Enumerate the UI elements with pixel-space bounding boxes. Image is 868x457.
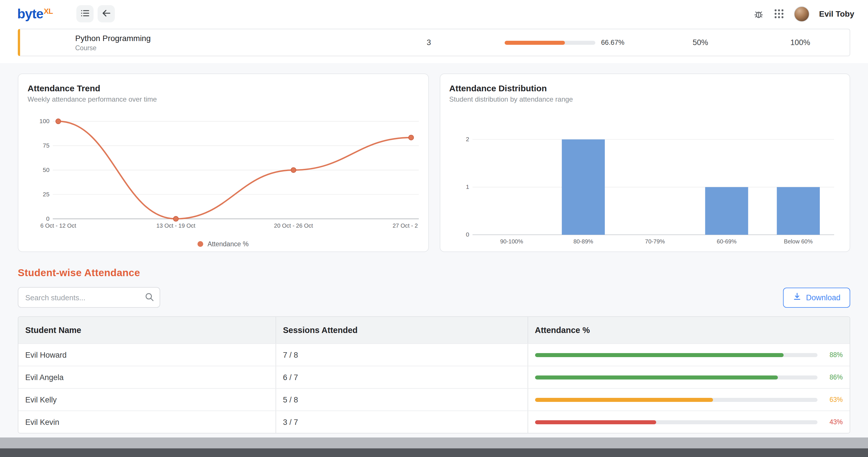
list-icon: [81, 8, 90, 19]
attendance-dashboard: byteXL: [0, 0, 868, 457]
svg-text:25: 25: [43, 191, 50, 197]
attendance-bar-track: [535, 375, 817, 379]
attendance-distribution-chart: 01290-100%80-89%70-79%60-69%Below 60%: [449, 125, 840, 249]
bytexl-logo[interactable]: byteXL: [17, 7, 52, 20]
distribution-subtitle: Student distribution by attendance range: [449, 95, 840, 103]
attendance-cell: 86%: [528, 366, 849, 388]
svg-text:1: 1: [466, 183, 469, 190]
student-name: Evil Angela: [19, 366, 276, 388]
download-button[interactable]: Download: [783, 287, 850, 307]
download-label: Download: [806, 293, 840, 302]
table-header-row: Student Name Sessions Attended Attendanc…: [19, 317, 849, 343]
section-title: Student-wise Attendance: [18, 267, 850, 279]
svg-text:Below 60%: Below 60%: [784, 238, 812, 245]
attendance-bar-fill: [535, 420, 656, 424]
attendance-trend-chart: 02550751006 Oct - 12 Oct13 Oct - 19 Oct2…: [28, 113, 419, 241]
trend-subtitle: Weekly attendance performance over time: [28, 95, 419, 103]
attendance-bar-fill: [535, 375, 778, 379]
sessions-attended: 3 / 7: [276, 411, 528, 433]
apps-grid-icon[interactable]: [774, 9, 784, 19]
course-progress-bar: [505, 40, 595, 44]
attendance-bar-track: [535, 353, 817, 357]
header-attendance-pct: Attendance %: [528, 317, 849, 343]
search-input[interactable]: [18, 287, 160, 308]
svg-text:90-100%: 90-100%: [500, 238, 523, 245]
bug-report-icon[interactable]: [753, 8, 764, 19]
students-table: Student Name Sessions Attended Attendanc…: [18, 316, 850, 433]
sessions-attended: 7 / 8: [276, 344, 528, 366]
svg-text:70-79%: 70-79%: [645, 238, 664, 245]
svg-text:50: 50: [43, 166, 50, 173]
table-row: Evil Kelly 5 / 8 63%: [19, 388, 849, 410]
svg-text:27 Oct - 2 Nov: 27 Oct - 2 Nov: [393, 222, 419, 229]
attendance-bar-track: [535, 398, 817, 402]
header-actions: Evil Toby: [753, 6, 854, 22]
attendance-distribution-card: Attendance Distribution Student distribu…: [439, 73, 850, 252]
course-row[interactable]: Python Programming Course 3 66.67% 50% 1…: [18, 29, 850, 56]
logo-suffix: XL: [44, 7, 53, 15]
attendance-cell: 43%: [528, 411, 849, 433]
legend-dot: [198, 241, 204, 247]
logo-text: byte: [17, 6, 43, 21]
course-value-2: 50%: [680, 38, 720, 47]
student-name: Evil Kevin: [19, 411, 276, 433]
student-name: Evil Howard: [19, 344, 276, 366]
search-box: [18, 287, 160, 308]
avatar[interactable]: [794, 6, 809, 22]
course-progress: 66.67%: [505, 38, 624, 47]
attendance-trend-card: Attendance Trend Weekly attendance perfo…: [18, 73, 429, 252]
attendance-cell: 63%: [528, 389, 849, 410]
attendance-pct-label: 43%: [825, 419, 843, 425]
table-row: Evil Kevin 3 / 7 43%: [19, 410, 849, 433]
course-summary-section: Python Programming Course 3 66.67% 50% 1…: [0, 28, 868, 63]
svg-text:75: 75: [43, 142, 50, 149]
svg-text:20 Oct - 26 Oct: 20 Oct - 26 Oct: [274, 222, 313, 229]
svg-text:13 Oct - 19 Oct: 13 Oct - 19 Oct: [156, 222, 195, 229]
svg-text:60-69%: 60-69%: [716, 238, 736, 245]
top-bar: byteXL: [0, 0, 868, 28]
report-list-button[interactable]: [76, 5, 94, 22]
sessions-attended: 6 / 7: [276, 366, 528, 388]
students-table-body: Evil Howard 7 / 8 88% Evil Angela 6 / 7 …: [19, 343, 849, 433]
download-icon: [793, 292, 801, 303]
table-row: Evil Howard 7 / 8 88%: [19, 343, 849, 366]
distribution-title: Attendance Distribution: [449, 83, 840, 93]
attendance-pct-label: 63%: [825, 396, 843, 403]
course-title: Python Programming: [75, 34, 151, 43]
attendance-cell: 88%: [528, 344, 849, 366]
attendance-pct-label: 88%: [825, 352, 843, 358]
attendance-pct-label: 86%: [825, 374, 843, 380]
course-sessions-count: 3: [416, 38, 441, 47]
svg-text:0: 0: [46, 215, 50, 222]
course-value-3: 100%: [780, 38, 820, 47]
svg-text:80-89%: 80-89%: [573, 238, 593, 245]
svg-text:6 Oct - 12 Oct: 6 Oct - 12 Oct: [40, 222, 76, 229]
charts-section: Attendance Trend Weekly attendance perfo…: [0, 63, 868, 252]
attendance-bar-fill: [535, 398, 713, 402]
attendance-bar-track: [535, 420, 817, 424]
header-student-name: Student Name: [19, 317, 276, 343]
svg-text:100: 100: [39, 118, 50, 124]
trend-title: Attendance Trend: [28, 83, 419, 93]
table-row: Evil Angela 6 / 7 86%: [19, 366, 849, 388]
students-section: Student-wise Attendance Download: [0, 252, 868, 433]
svg-text:0: 0: [466, 231, 469, 238]
header-sessions-attended: Sessions Attended: [276, 317, 528, 343]
course-info: Python Programming Course: [75, 34, 151, 51]
students-toolbar: Download: [18, 287, 850, 308]
back-arrow-icon: [101, 8, 112, 20]
legend-label: Attendance %: [208, 241, 249, 248]
bottom-band-dark: [0, 448, 868, 457]
bottom-band-light: [0, 437, 868, 448]
svg-text:2: 2: [466, 136, 469, 142]
back-button[interactable]: [98, 5, 115, 22]
course-subtitle: Course: [75, 44, 151, 51]
student-name: Evil Kelly: [19, 389, 276, 410]
course-progress-fill: [505, 40, 565, 44]
course-progress-label: 66.67%: [601, 38, 624, 47]
attendance-bar-fill: [535, 353, 784, 357]
trend-legend: Attendance %: [28, 241, 419, 248]
user-name[interactable]: Evil Toby: [819, 9, 854, 19]
sessions-attended: 5 / 8: [276, 389, 528, 410]
